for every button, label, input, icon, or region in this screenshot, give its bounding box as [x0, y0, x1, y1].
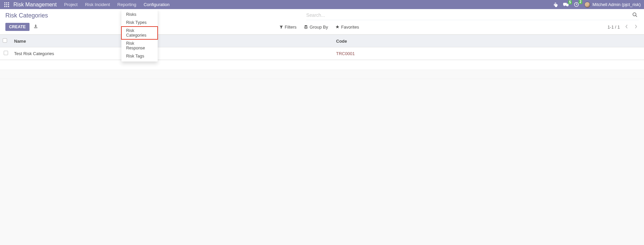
- select-all-checkbox[interactable]: [3, 38, 7, 43]
- bug-icon[interactable]: [553, 2, 558, 7]
- svg-point-10: [633, 13, 636, 16]
- funnel-icon: [279, 25, 283, 29]
- groupby-button[interactable]: Group By: [304, 25, 328, 30]
- module-brand[interactable]: Risk Management: [13, 2, 57, 8]
- page-title: Risk Categories: [5, 12, 48, 19]
- svg-rect-0: [4, 2, 5, 3]
- top-navbar: Risk Management Project Risk Incident Re…: [0, 0, 644, 9]
- pager-next-icon[interactable]: [633, 25, 639, 30]
- dropdown-item-risk-categories[interactable]: Risk Categories: [121, 27, 158, 39]
- records-table: Name Code Test Risk Categories TRC0001: [0, 35, 644, 60]
- svg-rect-4: [6, 4, 7, 5]
- search-icon[interactable]: [631, 12, 639, 18]
- search-input[interactable]: [306, 11, 631, 19]
- avatar: [584, 2, 590, 8]
- pager-prev-icon[interactable]: [624, 25, 629, 30]
- user-menu[interactable]: Mitchell Admin (pjct_risk): [584, 2, 641, 8]
- topnav-right: 5 2 Mitchell Admin (pjct_risk): [553, 2, 641, 8]
- user-label: Mitchell Admin (pjct_risk): [592, 2, 641, 7]
- filters-label: Filters: [285, 25, 297, 30]
- configuration-dropdown: Risks Risk Types Risk Categories Risk Re…: [121, 9, 158, 62]
- pager-text: 1-1 / 1: [607, 25, 620, 30]
- nav-configuration[interactable]: Configuration: [144, 0, 169, 9]
- svg-rect-8: [8, 6, 9, 7]
- apps-icon[interactable]: [3, 0, 10, 9]
- groupby-label: Group By: [310, 25, 328, 30]
- nav-reporting[interactable]: Reporting: [117, 0, 136, 9]
- svg-rect-6: [4, 6, 5, 7]
- activities-icon[interactable]: 2: [574, 2, 579, 7]
- layers-icon: [304, 25, 308, 29]
- filters-button[interactable]: Filters: [279, 25, 297, 30]
- dropdown-item-risk-types[interactable]: Risk Types: [121, 18, 158, 27]
- create-button[interactable]: CREATE: [5, 23, 30, 31]
- dropdown-item-risk-response[interactable]: Risk Response: [121, 39, 158, 52]
- list-view: Name Code Test Risk Categories TRC0001: [0, 35, 644, 60]
- dropdown-item-risks[interactable]: Risks: [121, 10, 158, 18]
- cell-name: Test Risk Categories: [11, 47, 333, 60]
- cell-code: TRC0001: [336, 51, 355, 56]
- table-row[interactable]: Test Risk Categories TRC0001: [0, 47, 644, 60]
- favorites-label: Favorites: [341, 25, 359, 30]
- favorites-button[interactable]: Favorites: [335, 25, 359, 30]
- control-panel: Risk Categories CREATE Filters Gr: [0, 9, 644, 35]
- svg-rect-3: [4, 4, 5, 5]
- star-icon: [335, 25, 339, 29]
- activities-badge: 2: [579, 0, 583, 4]
- svg-rect-2: [8, 2, 9, 3]
- dropdown-item-risk-tags[interactable]: Risk Tags: [121, 52, 158, 60]
- nav-project[interactable]: Project: [64, 0, 77, 9]
- row-checkbox[interactable]: [4, 51, 8, 55]
- svg-rect-1: [6, 2, 7, 3]
- download-icon[interactable]: [34, 24, 38, 30]
- messages-icon[interactable]: 5: [563, 2, 569, 7]
- column-header-code[interactable]: Code: [333, 35, 644, 47]
- messages-badge: 5: [568, 0, 572, 4]
- svg-rect-7: [6, 6, 7, 7]
- svg-rect-5: [8, 4, 9, 5]
- column-header-name[interactable]: Name: [11, 35, 333, 47]
- nav-risk-incident[interactable]: Risk Incident: [85, 0, 110, 9]
